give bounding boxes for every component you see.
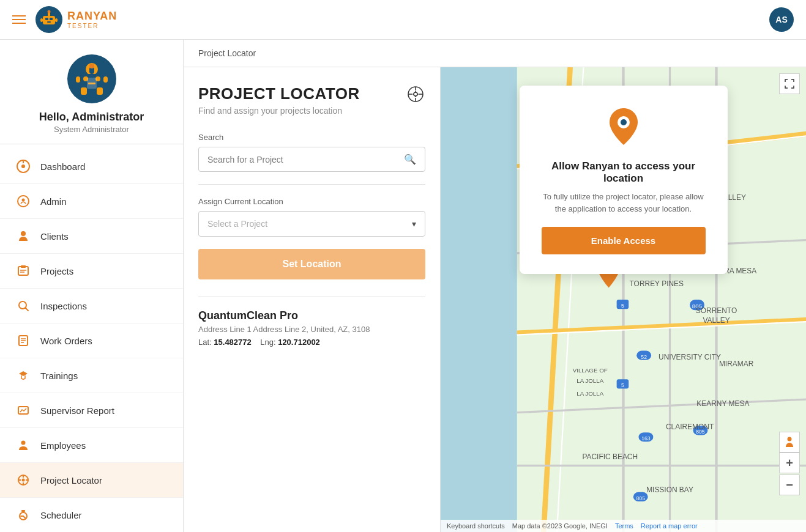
- svg-text:MISSION BAY: MISSION BAY: [646, 486, 693, 494]
- lng-value: 120.712002: [278, 338, 320, 347]
- svg-point-109: [621, 119, 627, 125]
- svg-point-25: [22, 199, 25, 202]
- dialog-description: To fully utilize the project locator, pl…: [542, 191, 706, 215]
- sidebar-label-admin: Admin: [40, 196, 67, 207]
- svg-rect-28: [21, 265, 26, 268]
- sidebar-label-employees: Employees: [40, 440, 86, 451]
- sidebar-item-work-orders[interactable]: Work Orders: [0, 323, 183, 358]
- sidebar-label-trainings: Trainings: [40, 371, 78, 381]
- zoom-in-button[interactable]: +: [779, 453, 800, 473]
- zoom-out-button[interactable]: −: [779, 475, 800, 495]
- project-select[interactable]: Select a Project ▾: [198, 211, 425, 237]
- sidebar-item-inspections[interactable]: Inspections: [0, 289, 183, 323]
- admin-icon: [15, 193, 32, 210]
- svg-text:5: 5: [621, 303, 624, 309]
- svg-text:MIRAMAR: MIRAMAR: [719, 360, 754, 368]
- sidebar-nav: Dashboard Admin Clients Pr: [0, 144, 183, 532]
- svg-rect-20: [87, 78, 97, 89]
- supervisor-report-icon: [15, 402, 32, 419]
- project-address: Address Line 1 Address Line 2, United, A…: [198, 325, 425, 334]
- svg-text:LA JOLLA: LA JOLLA: [577, 390, 603, 397]
- search-container[interactable]: 🔍: [198, 147, 425, 172]
- svg-point-15: [89, 64, 94, 68]
- sidebar-item-trainings[interactable]: Trainings: [0, 358, 183, 393]
- project-name: QuantumClean Pro: [198, 309, 425, 322]
- dashboard-icon: [15, 158, 32, 175]
- profile-avatar-icon: [73, 61, 110, 97]
- sidebar-label-project-locator: Project Locator: [40, 475, 102, 486]
- breadcrumb: Project Locator: [184, 40, 806, 67]
- streetview-icon[interactable]: [779, 432, 800, 453]
- sidebar-item-supervisor-report[interactable]: Supervisor Report: [0, 393, 183, 428]
- fullscreen-button[interactable]: [779, 73, 800, 94]
- svg-text:LA JOLLA: LA JOLLA: [577, 377, 603, 384]
- work-orders-icon: [15, 332, 32, 349]
- sidebar-item-project-locator[interactable]: Project Locator: [0, 463, 183, 498]
- svg-text:52: 52: [641, 354, 647, 360]
- sidebar: Hello, Administrator System Administrato…: [0, 40, 184, 532]
- map-footer-report[interactable]: Report a map error: [641, 522, 698, 530]
- top-nav: RANYAN TESTER AS: [0, 0, 806, 40]
- project-coords: Lat: 15.482772 Lng: 120.712002: [198, 338, 425, 347]
- sidebar-item-clients[interactable]: Clients: [0, 219, 183, 254]
- inspections-icon: [15, 297, 32, 314]
- divider: [198, 184, 425, 185]
- svg-rect-46: [21, 510, 25, 512]
- search-input[interactable]: [207, 155, 404, 164]
- location-pin-icon: [542, 105, 706, 150]
- svg-rect-18: [81, 87, 87, 95]
- panel-title: PROJECT LOCATOR: [198, 84, 360, 103]
- svg-text:TORREY PINES: TORREY PINES: [630, 279, 684, 288]
- set-location-button[interactable]: Set Location: [198, 249, 425, 279]
- map-footer-terms[interactable]: Terms: [615, 522, 633, 530]
- sidebar-label-dashboard: Dashboard: [40, 161, 85, 172]
- svg-rect-7: [40, 18, 43, 22]
- map-footer: Keyboard shortcuts Map data ©2023 Google…: [441, 520, 806, 532]
- sidebar-item-dashboard[interactable]: Dashboard: [0, 149, 183, 184]
- sidebar-label-work-orders: Work Orders: [40, 336, 92, 346]
- profile-avatar: [67, 54, 116, 103]
- svg-text:805: 805: [636, 495, 645, 501]
- svg-point-44: [22, 479, 25, 482]
- map-area[interactable]: 15 163 805 5 5 163 805 80: [441, 67, 806, 532]
- scheduler-icon: [15, 506, 32, 523]
- search-icon[interactable]: 🔍: [404, 153, 416, 165]
- sidebar-item-employees[interactable]: Employees: [0, 428, 183, 463]
- assign-label: Assign Current Location: [198, 197, 425, 206]
- select-placeholder: Select a Project: [207, 219, 267, 229]
- svg-text:KEARNY MESA: KEARNY MESA: [696, 399, 749, 408]
- svg-point-22: [21, 164, 25, 168]
- logo-sub: TESTER: [67, 23, 117, 29]
- profile-role: System Administrator: [54, 125, 129, 134]
- svg-rect-3: [50, 18, 53, 20]
- svg-point-6: [48, 10, 51, 13]
- svg-text:5: 5: [621, 382, 624, 388]
- project-locator-icon: [15, 471, 32, 489]
- sidebar-item-admin[interactable]: Admin: [0, 184, 183, 219]
- sidebar-profile: Hello, Administrator System Administrato…: [0, 40, 183, 144]
- panel-subtitle: Find and assign your projects location: [198, 106, 360, 116]
- logo: RANYAN TESTER: [35, 6, 117, 33]
- svg-text:VILLAGE OF: VILLAGE OF: [573, 367, 608, 374]
- svg-text:SORRENTO: SORRENTO: [696, 306, 737, 315]
- enable-access-button[interactable]: Enable Access: [542, 227, 706, 254]
- svg-rect-4: [47, 21, 51, 23]
- hamburger-menu[interactable]: [12, 15, 26, 24]
- left-panel: PROJECT LOCATOR Find and assign your pro…: [184, 67, 441, 532]
- svg-text:VALLEY: VALLEY: [703, 316, 730, 325]
- sidebar-item-scheduler[interactable]: Scheduler: [0, 498, 183, 532]
- sidebar-label-projects: Projects: [40, 266, 73, 276]
- location-dialog: Allow Ranyan to access your location To …: [520, 86, 728, 274]
- map-footer-keyboard: Keyboard shortcuts: [447, 522, 505, 530]
- svg-rect-27: [18, 267, 28, 275]
- sidebar-item-projects[interactable]: Projects: [0, 254, 183, 289]
- sidebar-label-scheduler: Scheduler: [40, 510, 82, 520]
- svg-text:PACIFIC BEACH: PACIFIC BEACH: [582, 453, 638, 461]
- svg-point-52: [414, 92, 417, 96]
- svg-rect-2: [45, 18, 48, 20]
- user-avatar[interactable]: AS: [769, 7, 794, 32]
- divider2: [198, 297, 425, 297]
- sidebar-label-inspections: Inspections: [40, 301, 87, 311]
- svg-rect-8: [55, 18, 58, 22]
- trainings-icon: [15, 367, 32, 384]
